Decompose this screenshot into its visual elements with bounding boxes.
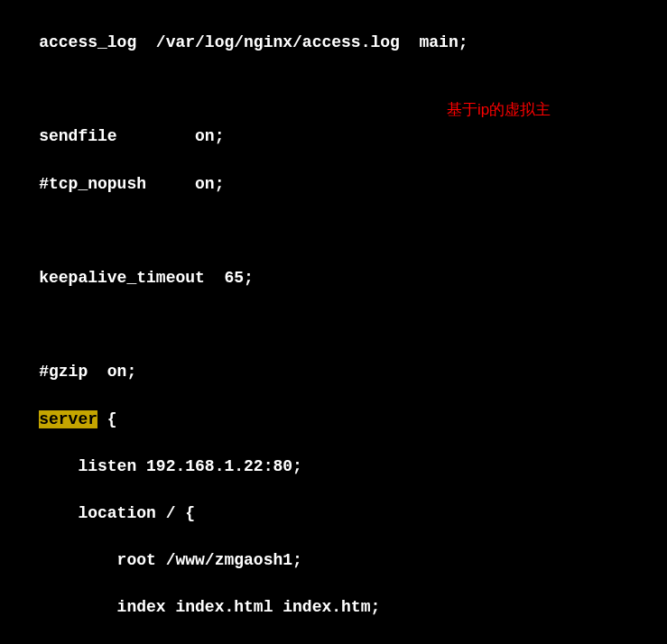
config-code-block: access_log /var/log/nginx/access.log mai… [0, 7, 667, 644]
code-line: location / { [0, 501, 667, 525]
code-line: access_log /var/log/nginx/access.log mai… [0, 31, 667, 54]
annotation-text: 基于ip的虚拟主 [447, 99, 551, 122]
code-line [0, 219, 667, 243]
code-line [0, 78, 667, 101]
code-line: sendfile on; [0, 124, 667, 148]
code-line [0, 313, 667, 336]
code-line: listen 192.168.1.22:80; [0, 455, 667, 478]
code-line: #gzip on; [0, 360, 667, 383]
code-line: index index.html index.htm; [0, 595, 667, 619]
code-line: #tcp_nopush on; [0, 172, 667, 196]
code-line: root /www/zmgaosh1; [0, 548, 667, 572]
code-line: keepalive_timeout 65; [0, 266, 667, 290]
server-keyword-highlight: server [39, 410, 97, 428]
code-line: server { [0, 408, 667, 431]
